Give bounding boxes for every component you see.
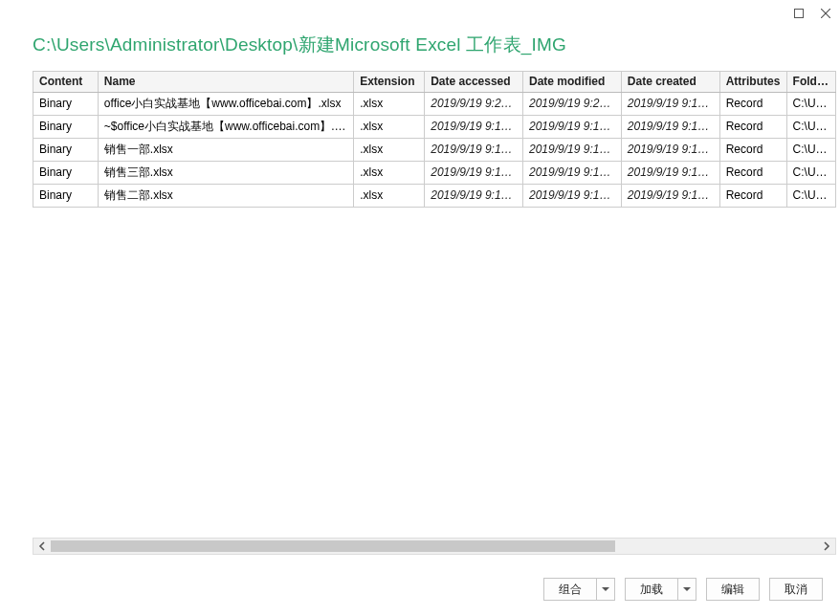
cell-folder: C:\User (786, 92, 835, 115)
path-heading: C:\Users\Administrator\Desktop\新建Microso… (0, 27, 840, 71)
col-header-date-created[interactable]: Date created (621, 72, 719, 92)
data-table: Content Name Extension Date accessed Dat… (33, 72, 836, 208)
col-header-date-accessed[interactable]: Date accessed (425, 72, 523, 92)
cell-date-created: 2019/9/19 9:18:56 (621, 184, 719, 207)
cell-extension: .xlsx (354, 161, 425, 184)
cell-date-modified: 2019/9/19 9:19:27 (523, 161, 622, 184)
svg-rect-0 (795, 10, 804, 18)
combine-button[interactable]: 组合 (543, 578, 597, 601)
cell-date-created: 2019/9/19 9:18:25 (621, 138, 719, 161)
load-dropdown[interactable] (678, 578, 696, 601)
cell-folder: C:\User (786, 138, 835, 161)
cell-date-modified: 2019/9/19 9:22:11 (523, 92, 622, 115)
table-row[interactable]: Binaryoffice小白实战基地【www.officebai.com】.xl… (33, 92, 836, 115)
cancel-button[interactable]: 取消 (769, 578, 823, 601)
cell-attributes: Record (719, 115, 786, 138)
col-header-attributes[interactable]: Attributes (719, 72, 786, 92)
col-header-date-modified[interactable]: Date modified (523, 72, 622, 92)
cell-date-modified: 2019/9/19 9:19:45 (523, 115, 622, 138)
chevron-down-icon (602, 587, 609, 591)
table-header-row: Content Name Extension Date accessed Dat… (33, 72, 836, 92)
scroll-thumb[interactable] (51, 540, 615, 552)
maximize-icon[interactable] (792, 7, 806, 20)
table-row[interactable]: Binary销售一部.xlsx.xlsx2019/9/19 9:18:53201… (33, 138, 836, 161)
cell-name: office小白实战基地【www.officebai.com】.xlsx (98, 92, 353, 115)
scroll-left-arrow-icon[interactable] (33, 539, 51, 554)
cell-content: Binary (33, 92, 99, 115)
cell-extension: .xlsx (354, 138, 425, 161)
table-row[interactable]: Binary销售三部.xlsx.xlsx2019/9/19 9:19:27201… (33, 161, 836, 184)
col-header-content[interactable]: Content (33, 72, 99, 92)
cell-date-accessed: 2019/9/19 9:22:11 (425, 92, 523, 115)
cell-date-created: 2019/9/19 9:19:02 (621, 161, 719, 184)
col-header-name[interactable]: Name (98, 72, 353, 92)
load-button[interactable]: 加载 (625, 578, 678, 601)
cell-name: ~$office小白实战基地【www.officebai.com】.xlsx (98, 115, 353, 138)
scroll-track[interactable] (51, 539, 818, 554)
table-row[interactable]: Binary~$office小白实战基地【www.officebai.com】.… (33, 115, 836, 138)
cell-extension: .xlsx (354, 184, 425, 207)
cell-date-accessed: 2019/9/19 9:18:53 (425, 138, 523, 161)
cell-attributes: Record (719, 161, 786, 184)
combine-dropdown[interactable] (597, 578, 615, 601)
title-bar (0, 0, 840, 27)
cell-folder: C:\User (786, 184, 835, 207)
cell-content: Binary (33, 161, 99, 184)
combine-button-group: 组合 (543, 578, 615, 601)
cell-content: Binary (33, 184, 99, 207)
cell-folder: C:\User (786, 161, 835, 184)
cell-name: 销售三部.xlsx (98, 161, 353, 184)
cell-folder: C:\User (786, 115, 835, 138)
cell-content: Binary (33, 115, 99, 138)
cell-extension: .xlsx (354, 92, 425, 115)
cell-date-accessed: 2019/9/19 9:19:27 (425, 161, 523, 184)
col-header-extension[interactable]: Extension (354, 72, 425, 92)
table-row[interactable]: Binary销售二部.xlsx.xlsx2019/9/19 9:19:19201… (33, 184, 836, 207)
edit-button[interactable]: 编辑 (706, 578, 760, 601)
cell-name: 销售一部.xlsx (98, 138, 353, 161)
footer-buttons: 组合 加载 编辑 取消 (543, 578, 823, 601)
cell-date-modified: 2019/9/19 9:19:19 (523, 184, 622, 207)
chevron-down-icon (683, 587, 691, 591)
cell-date-created: 2019/9/19 9:17:41 (621, 92, 719, 115)
close-icon[interactable] (819, 7, 832, 20)
cell-name: 销售二部.xlsx (98, 184, 353, 207)
cell-attributes: Record (719, 92, 786, 115)
horizontal-scrollbar[interactable] (33, 538, 836, 555)
cell-date-modified: 2019/9/19 9:18:53 (523, 138, 622, 161)
cell-date-created: 2019/9/19 9:17:47 (621, 115, 719, 138)
cell-attributes: Record (719, 138, 786, 161)
cell-extension: .xlsx (354, 115, 425, 138)
cell-attributes: Record (719, 184, 786, 207)
col-header-folder[interactable]: Folder P (786, 72, 835, 92)
cell-content: Binary (33, 138, 99, 161)
cell-date-accessed: 2019/9/19 9:19:19 (425, 184, 523, 207)
cell-date-accessed: 2019/9/19 9:19:45 (425, 115, 523, 138)
load-button-group: 加载 (625, 578, 696, 601)
scroll-right-arrow-icon[interactable] (818, 539, 835, 554)
data-table-wrap: Content Name Extension Date accessed Dat… (33, 71, 836, 544)
